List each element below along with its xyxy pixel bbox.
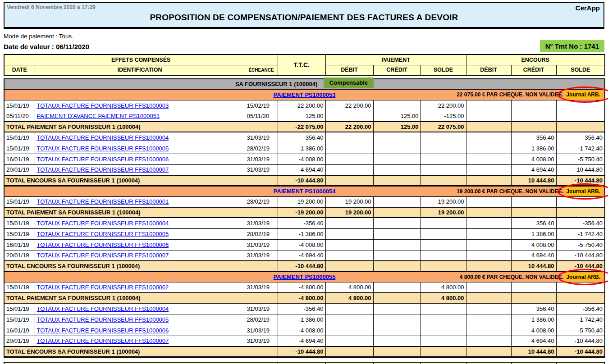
cell-date: 15/01/19 [4,196,35,207]
document-link[interactable]: TOTAUX FACTURE FOURNISSEUR FFS1000004 [37,305,169,312]
total-encours-credit [511,207,556,218]
total-label: TOTAL ENCOURS SA FOURNISSEUR 1 (100004) [4,346,278,357]
supplier-band: SA FOURNISSEUR 1 (100004) Compensable [4,79,605,89]
total-encours-debit [466,122,511,132]
total-paiement-debit: 22 200.00 [325,122,373,132]
document-link[interactable]: TOTAUX FACTURE FOURNISSEUR FFS1000004 [37,220,169,227]
cell-date: 15/01/19 [4,314,35,325]
cell-date: 15/01/19 [4,282,35,293]
cell-encours-debit [466,164,511,175]
cell-ttc: -356.40 [278,218,325,228]
document-link[interactable]: TOTAUX FACTURE FOURNISSEUR FFS1000007 [37,252,169,259]
cell-echeance: 28/02/19 [245,314,278,325]
total-paiement-credit [373,293,421,303]
table-row: 16/01/19 TOTAUX FACTURE FOURNISSEUR FFS1… [4,325,605,336]
cell-encours-debit [466,132,511,143]
document-link[interactable]: TOTAUX FACTURE FOURNISSEUR FFS1000004 [37,134,169,141]
cell-encours-debit [466,111,511,122]
total-paiement-debit [325,261,373,271]
total-paiement-debit: 19 200.00 [325,207,373,218]
table-row: 16/01/19 TOTAUX FACTURE FOURNISSEUR FFS1… [4,239,605,250]
total-encours-row: TOTAL ENCOURS SA FOURNISSEUR 1 (100004) … [4,261,605,271]
total-label: TOTAL PAIEMENT SA FOURNISSEUR 1 (100004) [4,293,278,303]
cell-ttc: -4 694.40 [278,164,325,175]
cell-paiement-debit [325,218,373,228]
cell-encours-debit [466,228,511,239]
cell-encours-credit: 4 008.00 [511,325,556,336]
cell-encours-credit: 1 386.00 [511,143,556,154]
cell-encours-solde [556,196,605,207]
document-link[interactable]: TOTAUX FACTURE FOURNISSEUR FFS1000007 [37,166,169,173]
header-date: DATE [4,65,35,75]
header-ttc: T.T.C. [278,55,325,75]
document-link[interactable]: TOTAUX FACTURE FOURNISSEUR FFS1000006 [37,241,169,248]
cell-encours-debit [466,282,511,293]
cell-date: 15/01/19 [4,100,35,111]
document-link[interactable]: TOTAUX FACTURE FOURNISSEUR FFS1000005 [37,145,169,152]
cell-encours-credit [511,282,556,293]
cell-encours-solde [556,111,605,122]
cell-ttc: -4 008.00 [278,239,325,250]
treatment-number-badge: N° Tmt No : 1741 [540,40,604,52]
cell-paiement-solde [421,132,466,143]
document-link[interactable]: TOTAUX FACTURE FOURNISSEUR FFS1000006 [37,156,169,163]
cell-ttc: -4 694.40 [278,250,325,261]
total-encours-solde: -10 444.80 [556,175,605,186]
cell-paiement-credit [373,218,421,228]
grand-total-label: TOTAL GÉNÉRAL [4,362,278,364]
header-paiement: PAIEMENT [325,55,466,65]
cell-date: 16/01/19 [4,239,35,250]
journal-annotation: Journal ARB. [565,91,602,98]
cell-encours-solde: -5 750.40 [556,239,605,250]
total-encours-debit [466,175,511,186]
table-row: 15/01/19 TOTAUX FACTURE FOURNISSEUR FFS1… [4,196,605,207]
cell-paiement-debit: 22 200.00 [325,100,373,111]
cell-echeance: 28/02/19 [245,143,278,154]
cell-paiement-solde [421,154,466,164]
total-encours-credit [511,293,556,303]
cell-encours-debit [466,303,511,314]
cell-encours-credit: 4 008.00 [511,239,556,250]
document-link[interactable]: TOTAUX FACTURE FOURNISSEUR FFS1000005 [37,316,169,323]
total-label: TOTAL ENCOURS SA FOURNISSEUR 1 (100004) [4,175,278,186]
total-encours-row: TOTAL ENCOURS SA FOURNISSEUR 1 (100004) … [4,175,605,186]
document-link[interactable]: TOTAUX FACTURE FOURNISSEUR FFS1000005 [37,231,169,237]
total-ttc: -4 800.00 [278,293,325,303]
cell-ttc: -4 008.00 [278,325,325,336]
cell-encours-solde: -10 444.80 [556,336,605,346]
cell-paiement-credit [373,250,421,261]
header-paiement-credit: CRÉDIT [373,65,421,75]
cell-encours-credit: 356.40 [511,132,556,143]
table-row: 15/01/19 TOTAUX FACTURE FOURNISSEUR FFS1… [4,228,605,239]
cell-encours-solde: -1 742.40 [556,228,605,239]
cell-echeance: 31/03/19 [245,336,278,346]
cell-date: 20/01/19 [4,336,35,346]
cell-encours-credit [511,196,556,207]
document-link[interactable]: TOTAUX FACTURE FOURNISSEUR FFS1000007 [37,337,169,344]
payment-link[interactable]: PAIEMENT PS1000055 [274,273,336,280]
table-row: 05/11/20 PAIEMENT D'AVANCE PAIEMENT PS10… [4,111,605,122]
payment-note: 19 200.00 € PAR CHEQUE. NON VALIDEE. Jou… [457,188,602,195]
document-link[interactable]: TOTAUX FACTURE FOURNISSEUR FFS1000006 [37,327,169,334]
cell-paiement-solde [421,218,466,228]
cell-echeance: 28/02/19 [245,196,278,207]
header-echeance: ÉCHEANCE [245,65,278,75]
payment-link[interactable]: PAIEMENT PS1000054 [274,188,336,195]
document-link[interactable]: TOTAUX FACTURE FOURNISSEUR FFS1000001 [37,198,169,205]
cell-paiement-solde [421,325,466,336]
cell-echeance: 05/11/20 [245,111,278,122]
column-header-table: EFFETS COMPENSÉS T.T.C. PAIEMENT ENCOURS… [4,54,605,76]
document-link[interactable]: PAIEMENT D'AVANCE PAIEMENT PS1000051 [37,113,160,119]
total-encours-credit: 10 444.80 [511,261,556,271]
cell-paiement-solde [421,164,466,175]
payment-link[interactable]: PAIEMENT PS1000053 [274,91,336,98]
cell-echeance: 31/03/19 [245,282,278,293]
table-row: 15/01/19 TOTAUX FACTURE FOURNISSEUR FFS1… [4,100,605,111]
journal-highlight: Journal ARB. [565,273,602,281]
total-paiement-row: TOTAL PAIEMENT SA FOURNISSEUR 1 (100004)… [4,293,605,303]
total-paiement-row: TOTAL PAIEMENT SA FOURNISSEUR 1 (100004)… [4,207,605,218]
document-link[interactable]: TOTAUX FACTURE FOURNISSEUR FFS1000003 [37,102,169,109]
document-link[interactable]: TOTAUX FACTURE FOURNISSEUR FFS1000002 [37,284,169,291]
cell-paiement-debit: 19 200.00 [325,196,373,207]
cell-encours-debit [466,250,511,261]
